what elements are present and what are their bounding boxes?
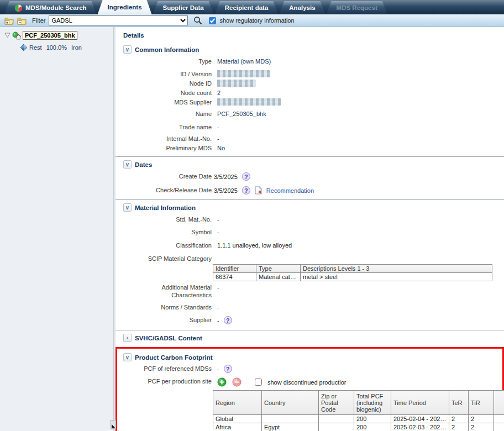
field-value: - [217,216,219,223]
field-label: Norms / Standards [123,303,212,311]
imds-logo-icon [14,4,23,12]
cell-tir: 2 [469,423,494,431]
recommendation-link[interactable]: Recommendation [266,187,314,195]
field-label: PCF per production site [123,377,212,385]
tab-label: Analysis [289,4,315,11]
column-header: Type [256,265,301,273]
field-label: Classification [123,241,212,249]
cell-tir: 2 [469,415,494,423]
column-header: Country [262,391,319,415]
tab-recipient-data[interactable]: Recipient data [215,1,279,14]
field-label: Check/Release Date [123,186,212,194]
column-header: Time Period [391,391,449,415]
collapse-section-icon[interactable]: ∨ [123,353,132,361]
details-title: Details [116,31,504,42]
redacted-node-id [217,80,256,87]
field-label: Type [123,57,212,65]
table-row[interactable]: 66374 Material categ... metal > steel [213,273,492,281]
tree-child-row[interactable]: Rest 100.0% Iron [0,43,113,52]
tab-mds-module-search[interactable]: MDS/Module Search [4,1,97,14]
pcf-production-site-table: Region Country Zip or Postal Code Total … [213,390,504,431]
field-value: No [217,144,225,152]
remove-production-site-icon[interactable] [232,377,242,387]
cell-zip [319,415,354,423]
cell-clipped [494,423,504,431]
column-header: Descriptions Levels 1 - 3 [301,265,492,273]
section-product-carbon-footprint: ∨ Product Carbon Footprint PCF of refere… [116,347,504,431]
collapse-section-icon[interactable]: ∨ [123,160,132,169]
column-header: TiR [469,391,494,415]
show-regulatory-label: show regulatory information [219,17,294,24]
substance-name: Rest [29,44,42,51]
cell-description: metal > steel [301,273,492,281]
tab-ingredients[interactable]: Ingredients [98,0,152,14]
tab-label: MDS/Module Search [25,4,87,11]
table-row[interactable]: Global 200 2025-02-04 - 2025-0... 2 2 [213,415,504,423]
show-discontinued-checkbox[interactable] [255,379,262,386]
expand-section-icon[interactable]: › [123,334,132,342]
help-icon[interactable]: ? [224,316,232,324]
field-label: Create Date [123,172,212,180]
tab-bar: MDS/Module Search Ingredients Supplier D… [0,0,504,14]
field-label: PCF of referenced MDSs [123,365,212,372]
cell-country [262,415,319,423]
field-value: 1.1.1 unalloyed, low alloyed [217,241,292,249]
expand-all-folder-icon[interactable] [4,17,14,25]
tab-mds-request: MDS Request [327,1,387,14]
section-title: Common Information [135,46,199,53]
help-icon[interactable]: ? [242,172,250,181]
ingredients-tree-panel: PCF_250305_bhk Rest 100.0% Iron [0,27,113,431]
section-common-information: ∨ Common Information Type Material (own … [116,42,504,157]
field-value: - [217,365,219,373]
table-row[interactable]: Africa Egypt 200 2025-02-03 - 2025-0... … [213,423,504,431]
substance-diamond-icon [20,44,28,51]
scip-material-table: Identifier Type Descriptions Levels 1 - … [213,264,492,281]
cell-total-pcf: 200 [354,415,391,423]
field-label: Trade name [123,123,212,131]
details-panel: Details ∨ Common Information Type Materi… [116,27,504,431]
filter-select[interactable]: GADSL [49,15,188,25]
filter-toolbar: Filter GADSL show regulatory information [0,14,504,27]
tree-child-text: Rest 100.0% Iron [29,44,82,51]
field-label: Name [123,110,212,118]
search-icon[interactable] [193,16,202,25]
filter-label: Filter [32,17,45,24]
recommendation-doc-icon[interactable] [255,186,262,195]
field-label: Symbol [123,228,212,236]
pcf-table-container: Region Country Zip or Postal Code Total … [213,390,504,431]
collapse-section-icon[interactable]: ∨ [123,45,132,54]
collapse-section-icon[interactable]: ∨ [123,203,132,212]
tab-label: Ingredients [108,4,142,10]
tab-label: MDS Request [337,4,377,11]
field-label: Internal Mat.-No. [123,135,212,143]
add-production-site-icon[interactable] [217,377,227,387]
show-regulatory-checkbox[interactable] [209,17,216,24]
field-label: SCIP Material Category [123,255,212,262]
cell-country: Egypt [262,423,319,431]
check-release-date-value: 3/5/2025 [214,187,238,195]
tab-analysis[interactable]: Analysis [279,1,325,14]
field-value: - [217,283,219,291]
splitter-grip-icon[interactable] [111,420,116,429]
help-icon[interactable]: ? [242,186,250,195]
section-svhc-gadsl: › SVHC/GADSL Content [116,330,504,344]
field-value: Material (own MDS) [217,57,271,65]
tab-label: Supplier Data [163,4,204,11]
field-label: Std. Mat.-No. [123,216,212,223]
tab-supplier-data[interactable]: Supplier Data [153,1,214,14]
show-discontinued-label: show discontinued productior [267,379,346,386]
tree-root-node[interactable]: PCF_250305_bhk [23,31,77,40]
collapse-all-folder-icon[interactable] [17,17,27,25]
field-value: - [217,228,219,236]
cell-time-period: 2025-02-04 - 2025-0... [391,415,449,423]
panel-splitter[interactable] [113,27,116,431]
field-label: Supplier [123,316,212,324]
cell-clipped [494,415,504,423]
cell-time-period: 2025-02-03 - 2025-0... [391,423,449,431]
section-title: Dates [135,161,152,168]
help-icon[interactable]: ? [224,365,232,373]
material-node-icon [12,31,21,40]
substance-material: Iron [71,44,82,51]
section-title: Product Carbon Footprint [135,354,213,361]
tree-expander-icon[interactable] [4,33,11,38]
